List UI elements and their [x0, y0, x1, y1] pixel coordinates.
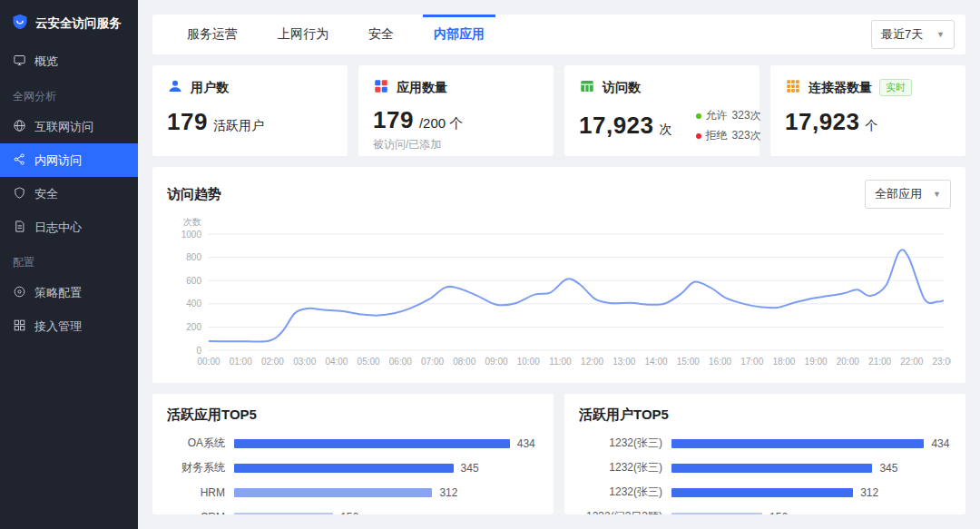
x-tick-label: 08:00 [453, 357, 475, 367]
sidebar-section-config: 配置 [0, 244, 138, 276]
top-users-title: 活跃用户TOP5 [579, 407, 669, 424]
stat-value: 179 [373, 106, 414, 134]
app-title: 云安全访问服务 [35, 15, 122, 32]
stat-value: 179 [167, 108, 208, 136]
bottom-row: 活跃应用TOP5 OA系统434财务系统345HRM312CRM156 活跃用户… [152, 394, 965, 514]
y-tick-label: 1000 [181, 230, 202, 240]
x-tick-label: 11:00 [549, 357, 572, 367]
bar-row: 1232(问3日3顾)156 [579, 505, 951, 514]
tab-service-operation[interactable]: 服务运营 [167, 15, 258, 54]
sidebar-item-label: 内网访问 [34, 152, 82, 169]
bar-track: 312 [234, 486, 539, 499]
stat-card-visits: 访问数 17,923 次 允许 323次 拒绝 323次 [564, 65, 760, 156]
tab-bar: 服务运营 上网行为 安全 内部应用 最近7天 ▼ [152, 15, 965, 54]
bar-track: 156 [234, 511, 539, 515]
sidebar-item-policy-config[interactable]: 策略配置 [0, 276, 138, 309]
x-tick-label: 06:00 [389, 357, 412, 367]
stat-title: 连接器数量 [808, 80, 872, 96]
bar [234, 488, 432, 497]
x-tick-label: 19:00 [805, 357, 828, 367]
legend-deny: 拒绝 323次 [696, 128, 761, 143]
sidebar-item-label: 安全 [34, 186, 58, 202]
bar-label: 1232(张三) [579, 460, 671, 475]
x-tick-label: 17:00 [740, 357, 763, 367]
sidebar-nav: 概览 全网分析 互联网访问 内网访问 安全 日志中心 配置 策略配置 接入管理 [0, 44, 138, 343]
date-range-select[interactable]: 最近7天 ▼ [871, 20, 955, 49]
bar [671, 513, 762, 515]
sidebar-item-label: 概览 [34, 54, 58, 70]
x-tick-label: 03:00 [293, 357, 316, 367]
bar-row: CRM156 [167, 505, 539, 514]
bar-track: 434 [671, 437, 951, 450]
deny-value: 323次 [732, 128, 761, 143]
x-tick-label: 22:00 [900, 357, 923, 367]
x-tick-label: 07:00 [421, 357, 444, 367]
sidebar-item-overview[interactable]: 概览 [0, 44, 138, 78]
allow-value: 323次 [732, 108, 761, 123]
bar-track: 345 [234, 462, 539, 475]
y-tick-label: 800 [186, 252, 201, 262]
bar-row: 1232(张三)345 [579, 456, 951, 480]
x-tick-label: 05:00 [358, 357, 380, 367]
stat-value: 17,923 [785, 108, 860, 136]
bar-track: 345 [671, 462, 951, 475]
trend-title: 访问趋势 [167, 186, 221, 203]
sidebar-item-log-center[interactable]: 日志中心 [0, 211, 138, 244]
bar-label: CRM [167, 511, 234, 515]
x-tick-label: 10:00 [517, 357, 540, 367]
x-tick-label: 14:00 [644, 357, 667, 367]
bar-label: 财务系统 [167, 460, 234, 475]
bar-value: 434 [517, 437, 535, 450]
visits-legend: 允许 323次 拒绝 323次 [696, 108, 761, 143]
y-tick-label: 600 [186, 276, 201, 286]
stat-card-users: 用户数 179 活跃用户 [152, 65, 348, 156]
sidebar-item-internet-access[interactable]: 互联网访问 [0, 110, 138, 143]
tabbar-spacer [505, 15, 871, 54]
grid-icon [13, 318, 26, 335]
logo-shield-icon [11, 13, 29, 34]
bar-row: OA系统434 [167, 431, 539, 456]
bar-value: 434 [931, 437, 949, 450]
sidebar-section-analysis: 全网分析 [0, 78, 138, 110]
allow-dot-icon [696, 113, 701, 119]
tab-security[interactable]: 安全 [348, 15, 414, 54]
sidebar-item-intranet-access[interactable]: 内网访问 [0, 143, 138, 177]
stat-title: 访问数 [603, 80, 641, 96]
tab-internal-apps[interactable]: 内部应用 [414, 15, 505, 54]
deny-dot-icon [696, 133, 701, 139]
bar-value: 312 [439, 486, 457, 499]
x-tick-label: 21:00 [868, 357, 891, 367]
document-icon [13, 220, 26, 236]
sidebar-item-access-management[interactable]: 接入管理 [0, 309, 138, 343]
chevron-down-icon: ▼ [936, 30, 945, 39]
sidebar-item-security[interactable]: 安全 [0, 177, 138, 211]
bar-value: 156 [769, 511, 788, 515]
stat-cards-row: 用户数 179 活跃用户 应用数量 179 /200 个 被访问/已添加 [152, 65, 965, 156]
stat-card-connectors: 连接器数量 实时 17,923 个 [770, 65, 965, 156]
app-filter-select[interactable]: 全部应用 ▼ [865, 180, 951, 209]
bar-value: 345 [879, 462, 897, 475]
bar-label: 1232(问3日3顾) [579, 509, 671, 514]
bar-label: HRM [167, 486, 234, 499]
stat-total: /200 个 [419, 115, 463, 132]
bar-row: 1232(张三)434 [579, 431, 951, 456]
top-apps-bar-chart: OA系统434财务系统345HRM312CRM156 [167, 431, 539, 514]
y-tick-label: 400 [186, 299, 201, 309]
bar-label: 1232(张三) [579, 485, 671, 500]
bar-track: 434 [234, 437, 539, 450]
x-tick-label: 02:00 [261, 357, 284, 367]
deny-label: 拒绝 [706, 128, 728, 143]
shield-icon [13, 186, 26, 202]
bar-value: 156 [340, 511, 358, 515]
top-users-bar-chart: 1232(张三)4341232(张三)3451232(张三)3121232(问3… [579, 431, 951, 514]
visits-icon [579, 78, 595, 97]
globe-icon [13, 119, 26, 135]
apps-icon [373, 78, 389, 97]
bar [234, 513, 333, 515]
legend-allow: 允许 323次 [696, 108, 761, 123]
bar-value: 312 [860, 486, 878, 499]
sidebar-item-label: 策略配置 [34, 285, 82, 301]
x-tick-label: 23:00 [932, 357, 951, 367]
stat-title: 应用数量 [397, 80, 447, 96]
tab-web-behavior[interactable]: 上网行为 [258, 15, 348, 54]
